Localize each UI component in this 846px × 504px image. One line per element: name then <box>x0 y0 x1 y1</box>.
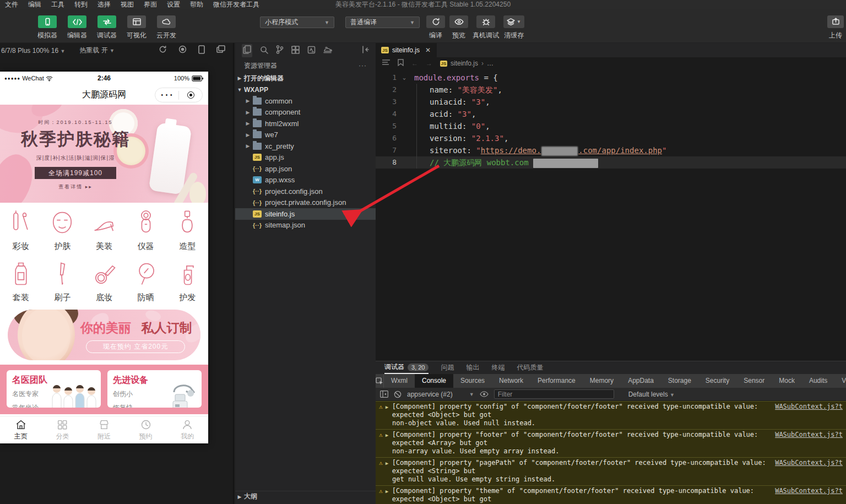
menu-item[interactable]: 编辑 <box>23 0 46 9</box>
tree-section-WXAPP[interactable]: ▼WXAPP <box>235 84 376 96</box>
outline-section[interactable]: ▶ 大纲 <box>235 491 376 502</box>
hot-reload-toggle[interactable]: 热重载 开 ▼ <box>79 46 115 55</box>
debug-tab-问题[interactable]: 问题 <box>441 361 454 374</box>
toolbar-button-编辑器[interactable]: 编辑器 <box>65 15 89 40</box>
search-icon[interactable] <box>260 46 268 56</box>
log-levels-select[interactable]: Default levels ▼ <box>628 391 675 398</box>
devtools-tab-Console[interactable]: Console <box>415 374 453 388</box>
tabbar-item-分类[interactable]: 分类 <box>42 416 84 443</box>
windows-icon[interactable] <box>216 45 225 56</box>
devtools-tab-Vulnerability[interactable]: Vulnerability <box>834 374 846 388</box>
toolbar-button-云开发[interactable]: 云开发 <box>154 15 178 40</box>
card-先进设备[interactable]: 先进设备创伤小恢复快 <box>107 370 202 408</box>
source-link[interactable]: WASubContext.js?t <box>775 431 843 439</box>
code-line-4[interactable]: 4acid: "3", <box>376 108 846 120</box>
upload-button[interactable]: 上传 <box>827 15 844 40</box>
explorer-menu-button[interactable]: ··· <box>359 62 367 69</box>
devtools-tab-Memory[interactable]: Memory <box>583 374 621 388</box>
devtools-tab-Wxml[interactable]: Wxml <box>384 374 415 388</box>
mode-select[interactable]: 小程序模式▼ <box>260 17 334 28</box>
toolbar-button-调试器[interactable]: 调试器 <box>95 15 119 40</box>
nav-forward-icon[interactable]: → <box>426 59 432 67</box>
sidebar-toggle-icon[interactable] <box>380 391 388 398</box>
code-line-8[interactable]: 8// 大鹏源码网 wobbt.com <box>376 156 846 169</box>
devtools-tab-Mock[interactable]: Mock <box>772 374 802 388</box>
tree-item-html2wxml[interactable]: ▶html2wxml <box>235 118 376 129</box>
tabbar-item-我的[interactable]: 我的 <box>166 416 208 443</box>
code-line-6[interactable]: 6version: "2.1.3", <box>376 132 846 144</box>
category-美装[interactable]: 美装 <box>83 208 125 252</box>
code-line-1[interactable]: 1⌄module.exports = { <box>376 72 846 84</box>
code-line-2[interactable]: 2name: "美容美发", <box>376 84 846 96</box>
tree-item-app.wxss[interactable]: Wapp.wxss <box>235 175 376 186</box>
console-filter-input[interactable] <box>494 389 614 399</box>
category-套装[interactable]: 套装 <box>0 259 42 303</box>
tree-item-project.config.json[interactable]: {··}project.config.json <box>235 186 376 197</box>
hero-banner[interactable]: 时间：2019.10.15-11.15 秋季护肤秘籍 深|度|补|水|活|肤|滋… <box>0 105 208 203</box>
appointment-banner[interactable]: 你的美丽 私人订制 现在预约 立省200元 <box>8 310 200 360</box>
tree-item-sitemap.json[interactable]: {··}sitemap.json <box>235 220 376 231</box>
menu-item[interactable]: 视图 <box>116 0 139 9</box>
menu-item[interactable]: 转到 <box>69 0 93 9</box>
snippet-icon[interactable] <box>307 46 316 56</box>
category-造型[interactable]: 造型 <box>166 208 208 252</box>
category-底妆[interactable]: 底妆 <box>83 259 125 303</box>
action-真机调试[interactable]: 真机调试 <box>473 15 499 40</box>
js-context-select[interactable]: appservice (#2) ▼ <box>407 391 474 398</box>
devtools-tab-Storage[interactable]: Storage <box>661 374 698 388</box>
category-护肤[interactable]: 护肤 <box>42 208 84 252</box>
menu-item[interactable]: 选择 <box>93 0 116 9</box>
source-link[interactable]: WASubContext.js?t <box>775 403 843 411</box>
devtools-tab-Sensor[interactable]: Sensor <box>736 374 772 388</box>
action-清缓存[interactable]: ▼清缓存 <box>503 15 524 40</box>
more-menu-button[interactable]: • • • <box>155 92 178 98</box>
tree-item-siteinfo.js[interactable]: JSsiteinfo.js <box>235 208 376 220</box>
devtools-tab-AppData[interactable]: AppData <box>621 374 661 388</box>
code-line-3[interactable]: 3uniacid: "3", <box>376 96 846 108</box>
tree-item-app.js[interactable]: JSapp.js <box>235 152 376 164</box>
tabbar-item-预约[interactable]: 预约 <box>125 416 167 443</box>
collapse-icon[interactable] <box>361 46 369 56</box>
debug-tab-输出[interactable]: 输出 <box>466 361 479 374</box>
card-名医团队[interactable]: 名医团队名医专家常年坐诊 <box>7 370 101 408</box>
debug-tab-代码质量[interactable]: 代码质量 <box>517 361 543 374</box>
breadcrumb-path[interactable]: JS siteinfo.js › … <box>440 59 494 67</box>
nav-back-icon[interactable]: ← <box>411 59 418 67</box>
menu-item[interactable]: 文件 <box>0 0 23 9</box>
devtools-tab-Security[interactable]: Security <box>698 374 736 388</box>
inspect-element-icon[interactable] <box>376 374 384 388</box>
outline-list-icon[interactable] <box>382 59 390 68</box>
tree-item-we7[interactable]: ▶we7 <box>235 129 376 141</box>
code-area[interactable]: 1⌄module.exports = {2name: "美容美发",3uniac… <box>376 69 846 169</box>
eye-icon[interactable] <box>480 391 489 397</box>
git-icon[interactable] <box>276 45 284 56</box>
close-minimize-button[interactable] <box>179 91 202 99</box>
close-icon[interactable]: ✕ <box>425 46 431 54</box>
devtools-tab-Audits[interactable]: Audits <box>802 374 834 388</box>
restart-icon[interactable] <box>159 45 167 56</box>
tree-section-打开的编辑器[interactable]: ▶打开的编辑器 <box>235 73 376 84</box>
tree-item-component[interactable]: ▶component <box>235 107 376 118</box>
bookmark-icon[interactable] <box>398 59 404 68</box>
extensions-icon[interactable] <box>291 46 300 56</box>
toolbar-button-可视化[interactable]: 可视化 <box>124 15 149 40</box>
debug-tab-终端[interactable]: 终端 <box>491 361 505 374</box>
tabbar-item-主页[interactable]: 主页 <box>0 416 42 443</box>
code-line-7[interactable]: 7siteroot: "https://demo..com/app/index.… <box>376 144 846 156</box>
device-icon[interactable] <box>198 45 205 56</box>
clear-console-icon[interactable] <box>394 391 402 398</box>
devtools-tab-Sources[interactable]: Sources <box>453 374 492 388</box>
action-预览[interactable]: 预览 <box>449 15 468 40</box>
menu-item[interactable]: 帮助 <box>185 0 208 9</box>
tree-item-common[interactable]: ▶common <box>235 95 376 107</box>
code-line-5[interactable]: 5multiid: "0", <box>376 120 846 132</box>
editor-tab-siteinfo[interactable]: JS siteinfo.js ✕ <box>376 43 437 57</box>
category-仪器[interactable]: 仪器 <box>125 208 167 252</box>
source-link[interactable]: WASubContext.js?t <box>775 459 843 467</box>
record-icon[interactable] <box>178 45 187 56</box>
category-彩妆[interactable]: 彩妆 <box>0 208 42 252</box>
menu-item[interactable]: 设置 <box>162 0 185 9</box>
menu-item[interactable]: 微信开发者工具 <box>208 0 264 9</box>
theme-icon[interactable] <box>323 46 332 56</box>
toolbar-button-模拟器[interactable]: 模拟器 <box>35 15 59 40</box>
